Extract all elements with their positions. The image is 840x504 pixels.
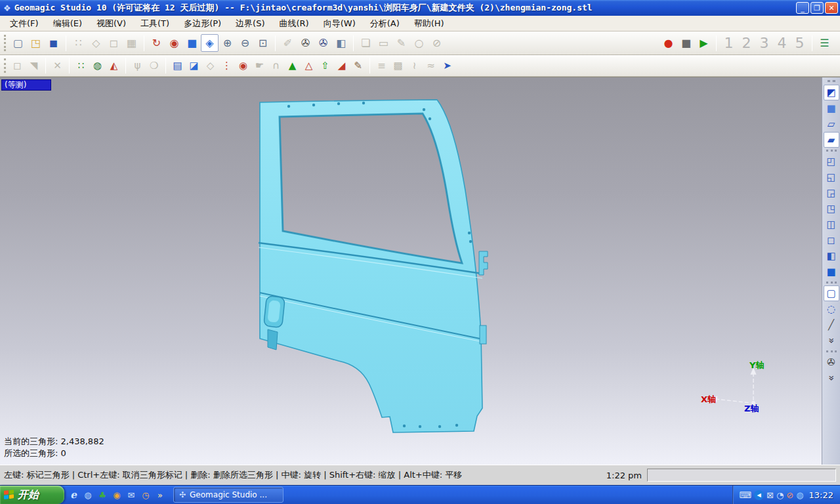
menu-wizards[interactable]: 向导(W): [316, 16, 363, 32]
dialog-panel-button[interactable]: ◧: [332, 34, 350, 52]
scroll-more-chevron[interactable]: »: [824, 333, 839, 348]
registration-globe-button[interactable]: ◍: [89, 58, 106, 74]
zoom-in-button[interactable]: ⊕: [219, 34, 236, 52]
menu-polygons[interactable]: 多边形(P): [177, 16, 228, 32]
delete-selection-button[interactable]: ✕: [49, 58, 66, 74]
refine-button[interactable]: △: [301, 58, 317, 74]
marquee-select-tool[interactable]: ▢: [824, 285, 839, 301]
point-column-button[interactable]: ⋮: [219, 58, 235, 74]
fill-holes-button[interactable]: ◢: [333, 58, 350, 74]
new-file-button[interactable]: ▢: [9, 34, 27, 52]
menu-boundaries[interactable]: 边界(S): [228, 16, 272, 32]
tray-keyboard-icon[interactable]: ⌨: [739, 490, 751, 500]
surface-patch-button[interactable]: ◥: [26, 58, 42, 74]
view-cube-2-button[interactable]: ◱: [824, 169, 839, 185]
wire-cube-2-button[interactable]: ◻: [9, 58, 26, 74]
task-list-button[interactable]: ☰: [816, 34, 833, 52]
draw-rect-button[interactable]: ▭: [375, 34, 392, 52]
merge-button[interactable]: ▦: [123, 34, 140, 52]
view-cube-1-button[interactable]: ◰: [824, 154, 839, 169]
stage-1-button[interactable]: 1: [720, 34, 738, 52]
polish-cube-button[interactable]: ◪: [186, 58, 202, 74]
minimize-button[interactable]: _: [796, 2, 809, 14]
primitives-button[interactable]: ❍: [146, 58, 162, 74]
quicklaunch-overflow-chevron[interactable]: »: [154, 488, 167, 502]
shaded-view-button[interactable]: ■: [183, 34, 201, 52]
play-macro-button[interactable]: ▶: [695, 34, 713, 52]
rotation-center-button[interactable]: ◉: [165, 34, 183, 52]
texture-button[interactable]: ▩: [390, 58, 406, 74]
door-scan-model[interactable]: [248, 92, 511, 459]
tray-display-icon[interactable]: ⊠: [766, 490, 774, 500]
view-cube-5-button[interactable]: ◫: [824, 217, 839, 232]
menu-file[interactable]: 文件(F): [3, 16, 46, 32]
menu-tools[interactable]: 工具(T): [133, 16, 177, 32]
stage-2-button[interactable]: 2: [738, 34, 755, 52]
stage-5-button[interactable]: 5: [791, 34, 808, 52]
start-button[interactable]: 开始: [0, 486, 64, 504]
save-button[interactable]: ◼: [45, 34, 62, 52]
snapshot-tool-button[interactable]: ✇: [824, 354, 839, 370]
points-cloud-button[interactable]: ∷: [70, 34, 87, 52]
waves-button[interactable]: ≈: [423, 58, 439, 74]
mesh-book-button[interactable]: ▤: [169, 58, 186, 74]
lasso-rects-active-tool[interactable]: ▰: [824, 132, 839, 148]
layers-button[interactable]: ≡: [373, 58, 390, 74]
geomagic-task-button[interactable]: ✣ Geomagic Studio ...: [173, 487, 284, 503]
line-select-tool[interactable]: ╱: [824, 317, 839, 333]
3d-viewport[interactable]: (等测): [0, 77, 822, 465]
solid-cube-view-button[interactable]: ■: [824, 264, 839, 280]
draw-shapes-button[interactable]: ❏: [357, 34, 375, 52]
quicklaunch-tree-icon[interactable]: ♣: [96, 488, 109, 502]
draw-none-button[interactable]: ⊘: [428, 34, 446, 52]
restore-button[interactable]: ❐: [810, 2, 824, 14]
draw-circle-button[interactable]: ○: [410, 34, 428, 52]
active-shaded-view-button[interactable]: ◈: [201, 34, 219, 52]
tray-alert-icon[interactable]: ⊘: [786, 490, 793, 500]
tray-network-icon[interactable]: ◍: [796, 490, 803, 500]
measure-button[interactable]: ✐: [279, 34, 297, 52]
offset-button[interactable]: ⇧: [317, 58, 333, 74]
section-wave-button[interactable]: ≀: [406, 58, 423, 74]
stop-macro-button[interactable]: ■: [677, 34, 695, 52]
view-cube-7-button[interactable]: ◧: [824, 248, 839, 264]
view-cube-3-button[interactable]: ◲: [824, 185, 839, 201]
menu-view[interactable]: 视图(V): [89, 16, 133, 32]
curve-harp-button[interactable]: ψ: [129, 58, 146, 74]
zoom-out-button[interactable]: ⊖: [236, 34, 254, 52]
tray-update-icon[interactable]: ◔: [776, 490, 784, 500]
menu-edit[interactable]: 编辑(E): [46, 16, 89, 32]
decimate-button[interactable]: ▲: [284, 58, 301, 74]
points-wrap-button[interactable]: ◭: [106, 58, 122, 74]
curvature-arrow-button[interactable]: ➤: [439, 58, 455, 74]
toolbar-drag-handle[interactable]: [4, 58, 6, 73]
close-button[interactable]: ✕: [825, 2, 838, 14]
quicklaunch-tiger-icon[interactable]: ◉: [110, 488, 123, 502]
menu-curves[interactable]: 曲线(R): [272, 16, 316, 32]
rotate-view-button[interactable]: ↻: [148, 34, 165, 52]
view-cube-6-button[interactable]: ◻: [824, 232, 839, 248]
view-cube-4-button[interactable]: ◳: [824, 201, 839, 217]
quicklaunch-mail-icon[interactable]: ✉: [125, 488, 138, 502]
gray-cube-button[interactable]: ◇: [202, 58, 219, 74]
tray-collapse-icon[interactable]: ◀: [754, 490, 764, 500]
paint-rect-select-tool[interactable]: ◩: [824, 85, 839, 100]
record-macro-button[interactable]: ●: [660, 34, 677, 52]
zoom-window-button[interactable]: ⊡: [254, 34, 272, 52]
draw-pen-button[interactable]: ✎: [392, 34, 410, 52]
wrap-button[interactable]: ◇: [87, 34, 105, 52]
wire-cube-button[interactable]: ◻: [105, 34, 123, 52]
stage-3-button[interactable]: 3: [755, 34, 773, 52]
trim-brush-button[interactable]: ✎: [350, 58, 366, 74]
open-file-button[interactable]: ◳: [27, 34, 45, 52]
snapshot-camera-button[interactable]: ✇: [297, 34, 314, 52]
sandpaper-hand-button[interactable]: ☛: [251, 58, 268, 74]
stage-4-button[interactable]: 4: [773, 34, 791, 52]
mesh-doctor-button[interactable]: ◉: [235, 58, 251, 74]
lasso-rects-tool[interactable]: ▱: [824, 116, 839, 132]
toolbar-drag-handle[interactable]: [4, 35, 6, 51]
video-capture-button[interactable]: ✇: [314, 34, 332, 52]
scroll-more-chevron-2[interactable]: »: [824, 370, 839, 386]
quicklaunch-globe-icon[interactable]: ◍: [81, 488, 94, 502]
menu-analysis[interactable]: 分析(A): [363, 16, 407, 32]
